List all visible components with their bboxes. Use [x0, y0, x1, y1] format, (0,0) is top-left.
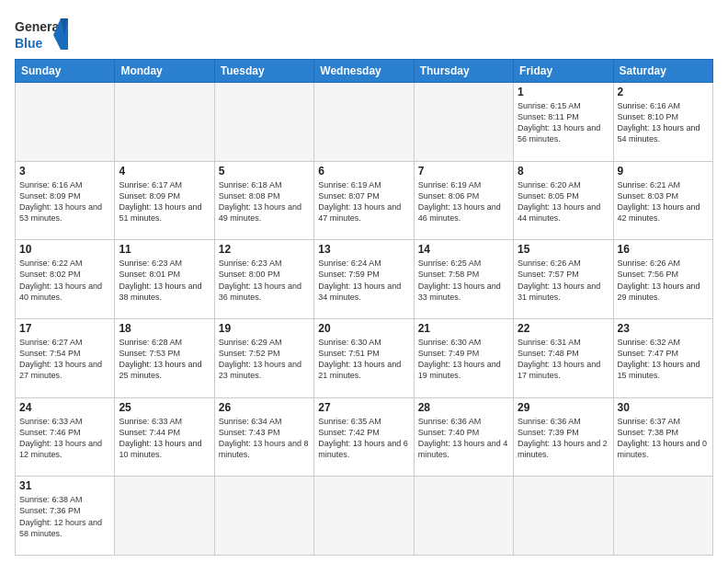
- calendar-cell-empty-5-1: [115, 477, 214, 556]
- day-number: 2: [618, 86, 709, 98]
- day-number: 28: [418, 401, 509, 414]
- day-number: 23: [618, 322, 709, 335]
- calendar-cell-27-4-3: 27Sunrise: 6:35 AM Sunset: 7:42 PM Dayli…: [314, 397, 414, 477]
- calendar-cell-31-5-0: 31Sunrise: 6:38 AM Sunset: 7:36 PM Dayli…: [16, 477, 115, 556]
- calendar-cell-empty-5-5: [514, 477, 613, 556]
- day-number: 18: [119, 322, 210, 335]
- day-number: 13: [318, 243, 409, 256]
- day-number: 12: [219, 243, 310, 256]
- calendar-cell-24-4-0: 24Sunrise: 6:33 AM Sunset: 7:46 PM Dayli…: [16, 397, 115, 477]
- day-info: Sunrise: 6:25 AM Sunset: 7:58 PM Dayligh…: [418, 258, 509, 303]
- calendar-cell-empty-0-4: [414, 83, 513, 162]
- calendar-cell-12-2-2: 12Sunrise: 6:23 AM Sunset: 8:00 PM Dayli…: [214, 240, 313, 319]
- day-number: 3: [19, 165, 110, 178]
- calendar-cell-2-0-6: 2Sunrise: 6:16 AM Sunset: 8:10 PM Daylig…: [613, 83, 712, 162]
- calendar-cell-9-1-6: 9Sunrise: 6:21 AM Sunset: 8:03 PM Daylig…: [613, 161, 712, 240]
- calendar-cell-empty-0-0: [16, 83, 115, 162]
- calendar-cell-26-4-2: 26Sunrise: 6:34 AM Sunset: 7:43 PM Dayli…: [214, 397, 313, 477]
- calendar-cell-empty-5-6: [613, 477, 712, 556]
- calendar-cell-3-1-0: 3Sunrise: 6:16 AM Sunset: 8:09 PM Daylig…: [16, 161, 115, 240]
- day-info: Sunrise: 6:27 AM Sunset: 7:54 PM Dayligh…: [19, 337, 110, 382]
- day-number: 27: [318, 401, 409, 414]
- svg-text:Blue: Blue: [15, 36, 43, 51]
- day-number: 9: [618, 165, 709, 178]
- calendar-cell-empty-0-2: [214, 83, 313, 162]
- day-info: Sunrise: 6:32 AM Sunset: 7:47 PM Dayligh…: [618, 337, 709, 382]
- day-number: 24: [19, 401, 110, 414]
- day-number: 5: [219, 165, 310, 178]
- calendar-cell-empty-5-3: [314, 477, 414, 556]
- calendar-cell-5-1-2: 5Sunrise: 6:18 AM Sunset: 8:08 PM Daylig…: [214, 161, 313, 240]
- calendar-cell-21-3-4: 21Sunrise: 6:30 AM Sunset: 7:49 PM Dayli…: [414, 318, 513, 397]
- calendar-cell-18-3-1: 18Sunrise: 6:28 AM Sunset: 7:53 PM Dayli…: [115, 318, 214, 397]
- logo: General Blue: [15, 15, 70, 53]
- day-info: Sunrise: 6:26 AM Sunset: 7:56 PM Dayligh…: [618, 258, 709, 303]
- calendar-cell-8-1-5: 8Sunrise: 6:20 AM Sunset: 8:05 PM Daylig…: [514, 161, 613, 240]
- day-number: 4: [119, 165, 210, 178]
- weekday-header-saturday: Saturday: [613, 60, 712, 83]
- day-info: Sunrise: 6:22 AM Sunset: 8:02 PM Dayligh…: [19, 258, 110, 303]
- day-info: Sunrise: 6:23 AM Sunset: 8:00 PM Dayligh…: [219, 258, 310, 303]
- day-info: Sunrise: 6:38 AM Sunset: 7:36 PM Dayligh…: [19, 494, 110, 539]
- day-number: 26: [219, 401, 310, 414]
- day-number: 20: [318, 322, 409, 335]
- calendar: SundayMondayTuesdayWednesdayThursdayFrid…: [15, 59, 713, 556]
- day-info: Sunrise: 6:33 AM Sunset: 7:46 PM Dayligh…: [19, 416, 110, 461]
- weekday-header-tuesday: Tuesday: [214, 60, 313, 83]
- day-info: Sunrise: 6:26 AM Sunset: 7:57 PM Dayligh…: [518, 258, 609, 303]
- calendar-cell-11-2-1: 11Sunrise: 6:23 AM Sunset: 8:01 PM Dayli…: [115, 240, 214, 319]
- day-info: Sunrise: 6:31 AM Sunset: 7:48 PM Dayligh…: [518, 337, 609, 382]
- day-info: Sunrise: 6:24 AM Sunset: 7:59 PM Dayligh…: [318, 258, 409, 303]
- day-number: 11: [119, 243, 210, 256]
- day-number: 6: [318, 165, 409, 178]
- weekday-header-sunday: Sunday: [16, 60, 115, 83]
- calendar-cell-19-3-2: 19Sunrise: 6:29 AM Sunset: 7:52 PM Dayli…: [214, 318, 313, 397]
- day-number: 30: [618, 401, 709, 414]
- day-info: Sunrise: 6:16 AM Sunset: 8:10 PM Dayligh…: [618, 100, 709, 145]
- page: General Blue SundayMondayTuesdayWednesda…: [0, 0, 728, 563]
- calendar-cell-empty-0-3: [314, 83, 414, 162]
- calendar-cell-20-3-3: 20Sunrise: 6:30 AM Sunset: 7:51 PM Dayli…: [314, 318, 414, 397]
- weekday-header-friday: Friday: [514, 60, 613, 83]
- day-number: 25: [119, 401, 210, 414]
- day-number: 31: [19, 479, 110, 492]
- calendar-cell-empty-0-1: [115, 83, 214, 162]
- day-info: Sunrise: 6:33 AM Sunset: 7:44 PM Dayligh…: [119, 416, 210, 461]
- calendar-cell-4-1-1: 4Sunrise: 6:17 AM Sunset: 8:09 PM Daylig…: [115, 161, 214, 240]
- day-info: Sunrise: 6:28 AM Sunset: 7:53 PM Dayligh…: [119, 337, 210, 382]
- day-number: 22: [518, 322, 609, 335]
- calendar-cell-17-3-0: 17Sunrise: 6:27 AM Sunset: 7:54 PM Dayli…: [16, 318, 115, 397]
- day-number: 16: [618, 243, 709, 256]
- day-info: Sunrise: 6:19 AM Sunset: 8:06 PM Dayligh…: [418, 179, 509, 224]
- day-info: Sunrise: 6:23 AM Sunset: 8:01 PM Dayligh…: [119, 258, 210, 303]
- day-info: Sunrise: 6:35 AM Sunset: 7:42 PM Dayligh…: [318, 416, 409, 461]
- calendar-cell-28-4-4: 28Sunrise: 6:36 AM Sunset: 7:40 PM Dayli…: [414, 397, 513, 477]
- weekday-header-thursday: Thursday: [414, 60, 513, 83]
- day-number: 1: [518, 86, 609, 98]
- calendar-cell-empty-5-2: [214, 477, 313, 556]
- day-number: 8: [518, 165, 609, 178]
- day-number: 19: [219, 322, 310, 335]
- day-info: Sunrise: 6:30 AM Sunset: 7:49 PM Dayligh…: [418, 337, 509, 382]
- day-number: 7: [418, 165, 509, 178]
- weekday-header-wednesday: Wednesday: [314, 60, 414, 83]
- day-info: Sunrise: 6:20 AM Sunset: 8:05 PM Dayligh…: [518, 179, 609, 224]
- calendar-cell-13-2-3: 13Sunrise: 6:24 AM Sunset: 7:59 PM Dayli…: [314, 240, 414, 319]
- generalblue-logo-icon: General Blue: [15, 15, 70, 53]
- calendar-cell-6-1-3: 6Sunrise: 6:19 AM Sunset: 8:07 PM Daylig…: [314, 161, 414, 240]
- day-info: Sunrise: 6:16 AM Sunset: 8:09 PM Dayligh…: [19, 179, 110, 224]
- day-number: 14: [418, 243, 509, 256]
- calendar-cell-23-3-6: 23Sunrise: 6:32 AM Sunset: 7:47 PM Dayli…: [613, 318, 712, 397]
- calendar-cell-29-4-5: 29Sunrise: 6:36 AM Sunset: 7:39 PM Dayli…: [514, 397, 613, 477]
- day-info: Sunrise: 6:37 AM Sunset: 7:38 PM Dayligh…: [618, 416, 709, 461]
- calendar-cell-10-2-0: 10Sunrise: 6:22 AM Sunset: 8:02 PM Dayli…: [16, 240, 115, 319]
- day-number: 15: [518, 243, 609, 256]
- calendar-cell-30-4-6: 30Sunrise: 6:37 AM Sunset: 7:38 PM Dayli…: [613, 397, 712, 477]
- day-info: Sunrise: 6:29 AM Sunset: 7:52 PM Dayligh…: [219, 337, 310, 382]
- day-number: 29: [518, 401, 609, 414]
- calendar-cell-25-4-1: 25Sunrise: 6:33 AM Sunset: 7:44 PM Dayli…: [115, 397, 214, 477]
- calendar-cell-14-2-4: 14Sunrise: 6:25 AM Sunset: 7:58 PM Dayli…: [414, 240, 513, 319]
- day-info: Sunrise: 6:17 AM Sunset: 8:09 PM Dayligh…: [119, 179, 210, 224]
- day-info: Sunrise: 6:21 AM Sunset: 8:03 PM Dayligh…: [618, 179, 709, 224]
- day-info: Sunrise: 6:36 AM Sunset: 7:40 PM Dayligh…: [418, 416, 509, 461]
